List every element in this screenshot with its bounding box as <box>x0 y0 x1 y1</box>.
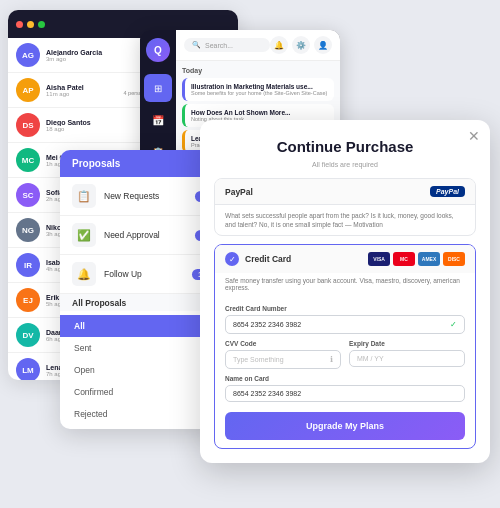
search-icon: 🔍 <box>192 41 201 49</box>
avatar: MC <box>16 148 40 172</box>
upgrade-button[interactable]: Upgrade My Plans <box>225 412 465 440</box>
cvv-group: CVV Code Type Something ℹ <box>225 340 341 369</box>
expiry-placeholder: MM / YY <box>357 355 384 362</box>
cvv-label: CVV Code <box>225 340 341 347</box>
card-number-input[interactable]: 8654 2352 2346 3982 ✓ <box>225 315 465 334</box>
card-name-value: 8654 2352 2346 3982 <box>233 390 301 397</box>
discover-logo: DISC <box>443 252 465 266</box>
task-title: How Does An Lot Shown More... <box>191 109 328 116</box>
expiry-label: Expiry Date <box>349 340 465 347</box>
search-box[interactable]: 🔍 Search... <box>184 38 270 52</box>
proposal-label: Follow Up <box>104 269 184 279</box>
avatar: EJ <box>16 288 40 312</box>
mastercard-logo: MC <box>393 252 415 266</box>
card-number-label: Credit Card Number <box>225 305 465 312</box>
task-card[interactable]: Illustration in Marketing Materials use.… <box>182 78 334 101</box>
proposal-label: Need Approval <box>104 230 187 240</box>
today-label: Today <box>182 67 334 74</box>
proposal-icon: 📋 <box>72 184 96 208</box>
modal-body: PayPal PayPal What sets successful peopl… <box>200 178 490 463</box>
card-name-label: Name on Card <box>225 375 465 382</box>
crm-info: Aisha Patel 11m ago <box>46 84 118 97</box>
avatar: AP <box>16 78 40 102</box>
settings-icon[interactable]: ⚙️ <box>292 36 310 54</box>
paypal-header: PayPal PayPal <box>215 179 475 205</box>
minimize-dot[interactable] <box>27 21 34 28</box>
close-dot[interactable] <box>16 21 23 28</box>
avatar: IR <box>16 253 40 277</box>
modal-close-button[interactable]: ✕ <box>468 128 480 144</box>
maximize-dot[interactable] <box>38 21 45 28</box>
proposal-icon: ✅ <box>72 223 96 247</box>
avatar: SC <box>16 183 40 207</box>
credit-name: Credit Card <box>245 254 291 264</box>
paypal-logo: PayPal <box>430 186 465 197</box>
cvv-input[interactable]: Type Something ℹ <box>225 350 341 369</box>
card-valid-icon: ✓ <box>450 320 457 329</box>
selected-indicator: ✓ <box>225 252 239 266</box>
avatar: NG <box>16 218 40 242</box>
sidebar-icon-calendar[interactable]: 📅 <box>144 106 172 134</box>
credit-left: ✓ Credit Card <box>225 252 291 266</box>
modal-title: Continue Purchase <box>200 120 490 161</box>
cvv-placeholder: Type Something <box>233 356 284 363</box>
credit-header: ✓ Credit Card VISA MC AMEX DISC <box>215 245 475 273</box>
search-placeholder: Search... <box>205 42 233 49</box>
purchase-modal: ✕ Continue Purchase All fields are requi… <box>200 120 490 463</box>
expiry-input[interactable]: MM / YY <box>349 350 465 367</box>
app-topbar: 🔍 Search... 🔔 ⚙️ 👤 <box>176 30 340 61</box>
proposal-label: New Requests <box>104 191 187 201</box>
window-controls <box>8 21 45 28</box>
avatar: LM <box>16 358 40 380</box>
paypal-section: PayPal PayPal What sets successful peopl… <box>214 178 476 236</box>
crm-info: Alejandro Garcia 3m ago <box>46 49 146 62</box>
amex-logo: AMEX <box>418 252 440 266</box>
crm-time: 3m ago <box>46 56 146 62</box>
credit-section: ✓ Credit Card VISA MC AMEX DISC Safe mon… <box>214 244 476 449</box>
avatar: AG <box>16 43 40 67</box>
expiry-group: Expiry Date MM / YY <box>349 340 465 369</box>
card-name-input[interactable]: 8654 2352 2346 3982 <box>225 385 465 402</box>
avatar: DV <box>16 323 40 347</box>
task-subtitle: Some benefits for your home (the Site-Gi… <box>191 90 328 96</box>
card-logos: VISA MC AMEX DISC <box>368 252 465 266</box>
crm-name: Aisha Patel <box>46 84 118 91</box>
crm-name: Alejandro Garcia <box>46 49 146 56</box>
paypal-desc: What sets successful people apart from t… <box>215 205 475 235</box>
app-logo: Q <box>146 38 170 62</box>
crm-time: 11m ago <box>46 91 118 97</box>
user-avatar[interactable]: 👤 <box>314 36 332 54</box>
info-icon: ℹ <box>330 355 333 364</box>
paypal-name: PayPal <box>225 187 253 197</box>
app-top-right: 🔔 ⚙️ 👤 <box>270 36 332 54</box>
card-number-value: 8654 2352 2346 3982 <box>233 321 301 328</box>
task-title: Illustration in Marketing Materials use.… <box>191 83 328 90</box>
notification-icon[interactable]: 🔔 <box>270 36 288 54</box>
visa-logo: VISA <box>368 252 390 266</box>
cvv-expiry-row: CVV Code Type Something ℹ Expiry Date MM… <box>225 340 465 369</box>
credit-body: Credit Card Number 8654 2352 2346 3982 ✓… <box>215 297 475 448</box>
credit-desc: Safe money transfer using your bank acco… <box>215 273 475 297</box>
sidebar-icon-home[interactable]: ⊞ <box>144 74 172 102</box>
avatar: DS <box>16 113 40 137</box>
modal-subtitle: All fields are required <box>200 161 490 178</box>
proposal-icon: 🔔 <box>72 262 96 286</box>
